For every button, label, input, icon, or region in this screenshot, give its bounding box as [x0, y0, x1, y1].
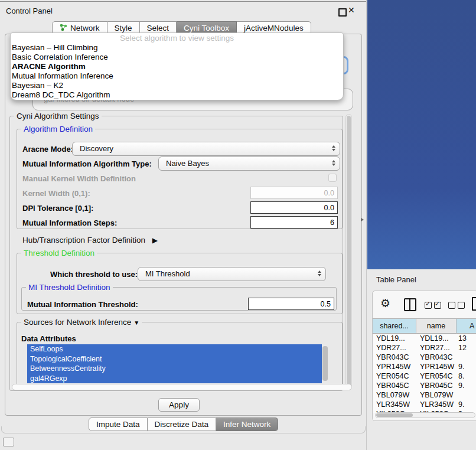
aracne-mode-combo[interactable]: Discovery — [72, 142, 340, 156]
gear-icon[interactable]: ⚙ — [380, 296, 390, 310]
table-cell: YBL079W — [416, 390, 457, 400]
mi-steps-label: Mutual Information Steps: — [22, 219, 117, 227]
mi-steps-field[interactable]: 6 — [250, 216, 338, 229]
table-row[interactable]: YLR345WYLR345W9. — [373, 400, 476, 409]
table-cell — [457, 353, 476, 362]
table-body: YDL19...YDL19...13YDR27...YDR27...12YBR0… — [373, 334, 476, 413]
expander-arrow-icon: ▶ — [152, 236, 158, 244]
table-cell — [457, 390, 476, 400]
table-cell: YPR145W — [373, 362, 416, 371]
algorithm-option-bayesian-hill-climbing[interactable]: Bayesian – Hill Climbing — [11, 43, 343, 53]
algorithm-option-bayesian-k2[interactable]: Bayesian – K2 — [11, 81, 343, 90]
aracne-mode-value: Discovery — [80, 144, 113, 153]
table-header-row: shared...nameA — [373, 318, 476, 334]
table-cell: YDR27... — [416, 343, 457, 353]
table-row[interactable]: YDL19...YDL19...13 — [373, 334, 476, 343]
control-panel: Control Panel ✕ NetworkStyleSelectCyni T… — [0, 0, 367, 450]
algorithm-option-basic-correlation-inference[interactable]: Basic Correlation Inference — [11, 53, 343, 62]
table-row[interactable]: YBR045CYBR045C9. — [373, 381, 476, 390]
attribute-item-gal4rgexp[interactable]: gal4RGexp — [27, 374, 322, 384]
export-table-icon[interactable] — [472, 297, 476, 311]
sources-title-text: Sources for Network Inference — [24, 318, 131, 327]
select-all-checkbox-icon[interactable]: ✓ — [434, 302, 441, 309]
settings-vertical-scrollbar[interactable] — [345, 114, 352, 390]
tab-label: jActiveMNodules — [244, 24, 304, 32]
table-row[interactable]: YPR145WYPR145W9. — [373, 362, 476, 371]
stepper-icon — [332, 145, 335, 151]
mi-threshold-field[interactable]: 0.5 — [248, 298, 334, 310]
table-cell: YBL079W — [373, 390, 416, 400]
table-cell: YER054C — [416, 371, 457, 381]
tab-label: Select — [147, 24, 169, 32]
collapse-arrow-icon: ▼ — [133, 319, 139, 326]
which-threshold-label: Which threshold to use: — [50, 270, 138, 279]
table-row[interactable]: YBL079WYBL079W — [373, 390, 476, 400]
table-cell: YLR345W — [416, 400, 457, 409]
mi-algorithm-type-label: Mutual Information Algorithm Type: — [22, 159, 152, 168]
aracne-mode-label: Aracne Mode: — [22, 145, 73, 154]
table-cell: YLR345W — [373, 400, 416, 409]
table-cell: YBR043C — [373, 353, 416, 362]
algorithm-dropdown-popup: Select algorithm to view settings Bayesi… — [10, 32, 344, 100]
table-cell: 9. — [457, 381, 476, 390]
columns-icon[interactable] — [404, 298, 416, 311]
sources-title[interactable]: Sources for Network Inference▼ — [21, 318, 142, 327]
table-cell: 8. — [457, 371, 476, 381]
column-header-a[interactable]: A — [457, 319, 476, 334]
table-cell: YDL19... — [373, 334, 416, 343]
dpi-tolerance-label: DPI Tolerance [0,1]: — [22, 204, 93, 213]
apply-button[interactable]: Apply — [158, 398, 200, 412]
data-attributes-label: Data Attributes — [21, 334, 76, 343]
application-window: Control Panel ✕ NetworkStyleSelectCyni T… — [0, 0, 476, 450]
cyni-algorithm-settings-title: Cyni Algorithm Settings — [14, 112, 102, 120]
stepper-icon — [332, 160, 335, 166]
table-cell: 12 — [457, 343, 476, 353]
splitter-collapse-arrow[interactable] — [361, 218, 364, 221]
table-toolbar: ⚙ ✓ ✓ — [373, 291, 476, 318]
table-row[interactable]: YDR27...YDR27...12 — [373, 343, 476, 353]
tab-label: Cyni Toolbox — [184, 24, 229, 32]
close-panel-icon[interactable]: ✕ — [348, 5, 355, 15]
algorithm-definition-title: Algorithm Definition — [21, 125, 95, 133]
mi-algorithm-type-combo[interactable]: Naive Bayes — [158, 156, 340, 171]
data-attributes-list: SelfLoopsTopologicalCoefficientBetweenne… — [27, 344, 322, 383]
manual-kernel-width-label: Manual Kernel Width Definition — [22, 174, 136, 183]
tab-label: Network — [70, 24, 100, 32]
table-row[interactable]: YER054CYER054C8. — [373, 371, 476, 381]
table-row[interactable]: YBR043CYBR043C — [373, 353, 476, 362]
mi-threshold-label: Mutual Information Threshold: — [27, 300, 138, 309]
table-horizontal-scrollbar[interactable] — [375, 412, 475, 418]
attribute-item-betweennesscentrality[interactable]: BetweennessCentrality — [27, 364, 322, 374]
algorithm-dropdown-placeholder: Select algorithm to view settings — [11, 33, 343, 43]
stepper-icon — [318, 270, 321, 276]
attribute-item-topologicalcoefficient[interactable]: TopologicalCoefficient — [27, 354, 322, 364]
deselect-checkbox-icon[interactable] — [448, 302, 455, 309]
deselect-checkbox-icon[interactable] — [458, 302, 465, 309]
manual-kernel-width-checkbox[interactable] — [328, 174, 337, 182]
panel-bottom-edge — [1, 426, 366, 433]
attribute-list-scrollbar[interactable] — [322, 346, 328, 381]
algorithm-option-aracne-algorithm[interactable]: ARACNE Algorithm — [11, 62, 343, 71]
which-threshold-combo[interactable]: MI Threshold — [138, 267, 326, 281]
kernel-width-field[interactable]: 0.0 — [250, 187, 338, 199]
column-header-name[interactable]: name — [416, 319, 457, 334]
dpi-tolerance-field[interactable]: 0.0 — [250, 201, 338, 214]
table-cell: YPR145W — [416, 362, 457, 371]
table-cell: 9. — [457, 362, 476, 371]
hub-definition-expander[interactable]: Hub/Transcription Factor Definition ▶ — [22, 236, 158, 244]
select-all-checkbox-icon[interactable]: ✓ — [425, 302, 432, 309]
table-cell: YDR27... — [373, 343, 416, 353]
network-desktop: GALGAL80GAL10GAL1GAL11SWI4GAL4GCY1HAP4YH… — [367, 0, 476, 269]
tab-label: Style — [115, 24, 132, 32]
float-panel-icon[interactable] — [338, 8, 347, 17]
table-cell: YER054C — [373, 371, 416, 381]
algorithm-option-dream8-dc-tdc-algorithm[interactable]: Dream8 DC_TDC Algorithm — [11, 90, 343, 100]
scrollbar-thumb[interactable] — [376, 413, 413, 417]
scrollbar-thumb[interactable] — [347, 116, 351, 387]
attribute-item-selfloops[interactable]: SelfLoops — [27, 344, 322, 354]
column-header-shared[interactable]: shared... — [373, 319, 416, 334]
algorithm-option-mutual-information-inference[interactable]: Mutual Information Inference — [11, 71, 343, 81]
settings-horizontal-scrollbar[interactable] — [12, 384, 352, 390]
table-panel-title: Table Panel — [376, 275, 416, 284]
minimized-panel-icon[interactable] — [3, 438, 14, 446]
